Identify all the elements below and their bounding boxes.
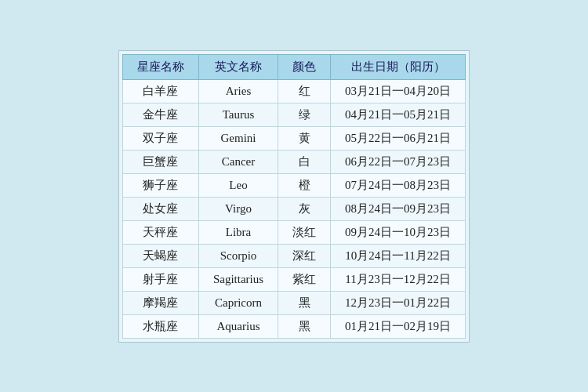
cell-r6-c2: 淡红: [278, 220, 331, 244]
cell-r9-c3: 12月23日一01月22日: [331, 291, 466, 314]
cell-r2-c0: 双子座: [122, 126, 198, 150]
table-row: 白羊座Aries红03月21日一04月20日: [122, 79, 465, 103]
table-row: 狮子座Leo橙07月24日一08月23日: [122, 173, 465, 197]
cell-r6-c0: 天秤座: [122, 220, 198, 244]
cell-r1-c1: Taurus: [198, 103, 278, 126]
table-row: 射手座Sagittarius紫红11月23日一12月22日: [122, 267, 465, 291]
cell-r7-c3: 10月24日一11月22日: [331, 244, 466, 267]
cell-r9-c2: 黑: [278, 291, 331, 314]
cell-r3-c1: Cancer: [198, 150, 278, 173]
cell-r7-c2: 深红: [278, 244, 331, 267]
table-row: 摩羯座Capricorn黑12月23日一01月22日: [122, 291, 465, 314]
cell-r3-c3: 06月22日一07月23日: [331, 150, 466, 173]
table-header-row: 星座名称英文名称颜色出生日期（阳历）: [122, 54, 465, 79]
cell-r8-c0: 射手座: [122, 267, 198, 291]
cell-r9-c1: Capricorn: [198, 291, 278, 314]
cell-r10-c1: Aquarius: [198, 314, 278, 338]
header-col-1: 英文名称: [198, 54, 278, 79]
cell-r8-c3: 11月23日一12月22日: [331, 267, 466, 291]
cell-r0-c2: 红: [278, 79, 331, 103]
cell-r3-c0: 巨蟹座: [122, 150, 198, 173]
table-row: 天蝎座Scorpio深红10月24日一11月22日: [122, 244, 465, 267]
table-row: 处女座Virgo灰08月24日一09月23日: [122, 197, 465, 220]
header-col-2: 颜色: [278, 54, 331, 79]
cell-r5-c3: 08月24日一09月23日: [331, 197, 466, 220]
cell-r4-c3: 07月24日一08月23日: [331, 173, 466, 197]
cell-r8-c1: Sagittarius: [198, 267, 278, 291]
cell-r4-c2: 橙: [278, 173, 331, 197]
table-row: 双子座Gemini黄05月22日一06月21日: [122, 126, 465, 150]
table-row: 水瓶座Aquarius黑01月21日一02月19日: [122, 314, 465, 338]
table-row: 金牛座Taurus绿04月21日一05月21日: [122, 103, 465, 126]
cell-r7-c0: 天蝎座: [122, 244, 198, 267]
cell-r6-c3: 09月24日一10月23日: [331, 220, 466, 244]
cell-r10-c2: 黑: [278, 314, 331, 338]
cell-r0-c3: 03月21日一04月20日: [331, 79, 466, 103]
zodiac-table-container: 星座名称英文名称颜色出生日期（阳历） 白羊座Aries红03月21日一04月20…: [118, 50, 470, 343]
cell-r6-c1: Libra: [198, 220, 278, 244]
header-col-3: 出生日期（阳历）: [331, 54, 466, 79]
cell-r2-c1: Gemini: [198, 126, 278, 150]
cell-r10-c0: 水瓶座: [122, 314, 198, 338]
table-row: 天秤座Libra淡红09月24日一10月23日: [122, 220, 465, 244]
cell-r4-c0: 狮子座: [122, 173, 198, 197]
cell-r3-c2: 白: [278, 150, 331, 173]
cell-r7-c1: Scorpio: [198, 244, 278, 267]
zodiac-table: 星座名称英文名称颜色出生日期（阳历） 白羊座Aries红03月21日一04月20…: [122, 54, 466, 339]
cell-r4-c1: Leo: [198, 173, 278, 197]
cell-r9-c0: 摩羯座: [122, 291, 198, 314]
cell-r2-c3: 05月22日一06月21日: [331, 126, 466, 150]
table-row: 巨蟹座Cancer白06月22日一07月23日: [122, 150, 465, 173]
header-col-0: 星座名称: [122, 54, 198, 79]
cell-r10-c3: 01月21日一02月19日: [331, 314, 466, 338]
cell-r2-c2: 黄: [278, 126, 331, 150]
cell-r5-c0: 处女座: [122, 197, 198, 220]
cell-r0-c0: 白羊座: [122, 79, 198, 103]
cell-r1-c0: 金牛座: [122, 103, 198, 126]
cell-r8-c2: 紫红: [278, 267, 331, 291]
cell-r1-c2: 绿: [278, 103, 331, 126]
cell-r0-c1: Aries: [198, 79, 278, 103]
cell-r1-c3: 04月21日一05月21日: [331, 103, 466, 126]
cell-r5-c1: Virgo: [198, 197, 278, 220]
cell-r5-c2: 灰: [278, 197, 331, 220]
